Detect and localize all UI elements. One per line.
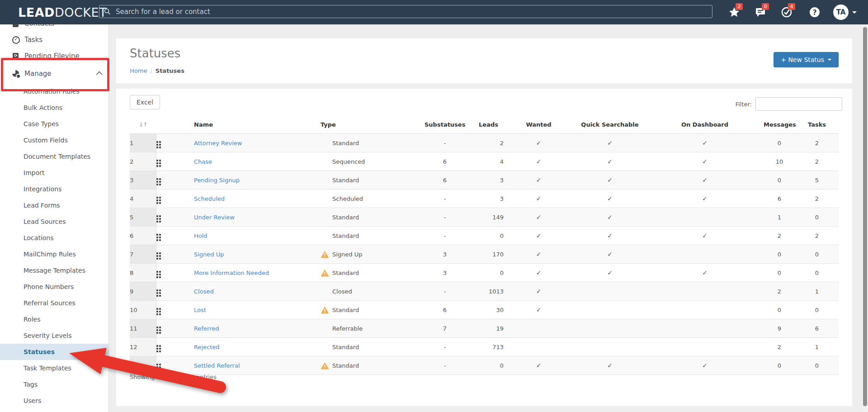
drag-handle-icon[interactable] <box>156 327 161 334</box>
substatuses-cell: 3 <box>425 245 465 264</box>
svg-text:!: ! <box>324 271 326 276</box>
sort-icon: ↓↑ <box>130 121 156 128</box>
sidebar-item-tags[interactable]: Tags <box>0 376 108 393</box>
sidebar-item-roles[interactable]: Roles <box>0 311 108 327</box>
sidebar-item-task-templates[interactable]: Task Templates <box>0 360 108 376</box>
status-name-link[interactable]: Lost <box>194 307 206 313</box>
drag-handle-icon[interactable] <box>156 308 161 315</box>
column-header-on-dashboard[interactable]: On Dashboard <box>646 115 764 134</box>
sidebar-item-case-types[interactable]: Case Types <box>0 116 108 132</box>
sidebar-item-manage[interactable]: Manage <box>0 64 108 83</box>
breadcrumb-current: Statuses <box>156 67 184 74</box>
row-drag-handle <box>156 282 194 301</box>
breadcrumb-home-link[interactable]: Home <box>130 67 147 74</box>
substatuses-cell: - <box>425 338 465 356</box>
sidebar-item-pending-filevine[interactable]: Pending Filevine <box>0 48 108 64</box>
status-name-link[interactable]: Chase <box>194 158 212 165</box>
drag-handle-icon[interactable] <box>156 215 161 223</box>
logo-bold: LEAD <box>18 5 55 19</box>
column-header-tasks[interactable]: Tasks <box>795 115 839 134</box>
filter-input[interactable] <box>755 97 842 111</box>
drag-handle-icon[interactable] <box>156 178 161 185</box>
drag-handle-icon[interactable] <box>156 141 161 148</box>
status-name-link[interactable]: Hold <box>194 232 208 239</box>
status-name-cell: Under Review <box>194 208 321 227</box>
status-name-link[interactable]: Signed Up <box>194 251 224 258</box>
status-name-link[interactable]: Referred <box>194 325 219 332</box>
filter-label: Filter: <box>736 101 752 108</box>
sidebar-item-message-templates[interactable]: Message Templates <box>0 262 108 279</box>
sidebar-item-bulk-actions[interactable]: Bulk Actions <box>0 99 108 116</box>
column-header-name[interactable]: Name <box>194 115 321 134</box>
on-dashboard-check: ✓ <box>646 152 764 171</box>
drag-handle-icon[interactable] <box>156 160 161 167</box>
status-name-link[interactable]: Under Review <box>194 214 235 221</box>
column-header-substatuses[interactable]: Substatuses <box>425 115 465 134</box>
sidebar-item-lead-forms[interactable]: Lead Forms <box>0 197 108 213</box>
column-header-leads[interactable]: Leads <box>465 115 504 134</box>
sidebar-item-locations[interactable]: Locations <box>0 230 108 246</box>
drag-handle-icon[interactable] <box>156 197 161 204</box>
status-type-cell: Sequenced <box>321 152 425 171</box>
sidebar-item-custom-fields[interactable]: Custom Fields <box>0 132 108 148</box>
on-dashboard-check: ✓ <box>646 189 764 208</box>
sidebar-item-tasks[interactable]: Tasks <box>0 32 108 48</box>
pie-chart-icon <box>12 70 20 78</box>
status-name-link[interactable]: Settled Referral <box>194 362 240 369</box>
sidebar-item-import[interactable]: Import <box>0 165 108 181</box>
status-name-link[interactable]: Attorney Review <box>194 140 242 147</box>
drag-handle-icon[interactable] <box>156 345 161 352</box>
status-name-link[interactable]: Scheduled <box>194 195 225 202</box>
user-avatar[interactable]: TA <box>833 5 849 20</box>
column-header-index[interactable]: ↓↑ <box>130 115 156 134</box>
leads-cell: 0 <box>465 227 504 245</box>
sidebar-item-mailchimp-rules[interactable]: MailChimp Rules <box>0 246 108 262</box>
sidebar-nav: ContactsTasksPending FilevineManage Auto… <box>0 0 109 412</box>
drag-handle-icon[interactable] <box>156 252 161 260</box>
chevron-down-icon[interactable] <box>852 11 857 14</box>
leaddocket-logo[interactable]: LEADDOCKET <box>18 5 107 19</box>
row-drag-handle <box>156 264 194 282</box>
sidebar-item-referral-sources[interactable]: Referral Sources <box>0 295 108 311</box>
sidebar-item-statuses[interactable]: Statuses <box>0 344 108 360</box>
drag-handle-icon[interactable] <box>156 234 161 241</box>
page-header-card: Statuses Home/Statuses + New Status <box>116 38 852 83</box>
wanted-check: ✓ <box>504 171 574 189</box>
chat-icon[interactable]: 0 <box>755 6 767 19</box>
help-icon[interactable]: ? <box>809 6 821 19</box>
sidebar-item-lead-sources[interactable]: Lead Sources <box>0 213 108 230</box>
warning-icon: ! <box>321 362 329 369</box>
status-name-cell: Lost <box>194 301 321 319</box>
column-header-quick-searchable[interactable]: Quick Searchable <box>574 115 646 134</box>
status-name-link[interactable]: Pending Signup <box>194 177 240 184</box>
sidebar-item-phone-numbers[interactable]: Phone Numbers <box>0 279 108 295</box>
sidebar-item-document-templates[interactable]: Document Templates <box>0 148 108 165</box>
drag-handle-icon[interactable] <box>156 271 161 278</box>
new-status-button[interactable]: + New Status <box>774 52 839 67</box>
status-name-link[interactable]: More Information Needed <box>194 270 269 276</box>
substatuses-cell: 6 <box>425 152 465 171</box>
excel-export-button[interactable]: Excel <box>130 95 160 109</box>
status-name-link[interactable]: Closed <box>194 288 214 295</box>
drag-handle-icon[interactable] <box>156 289 161 297</box>
search-input[interactable] <box>99 5 712 18</box>
status-type-cell: Standard <box>321 208 425 227</box>
sidebar-item-severity-levels[interactable]: Severity Levels <box>0 327 108 344</box>
column-header-wanted[interactable]: Wanted <box>504 115 574 134</box>
check-circle-icon <box>12 36 20 44</box>
leads-cell: 170 <box>465 245 504 264</box>
status-name-link[interactable]: Rejected <box>194 344 220 350</box>
clipboard-icon <box>12 52 20 60</box>
scrollbar-thumb[interactable] <box>863 27 867 406</box>
status-name-cell: Scheduled <box>194 189 321 208</box>
sidebar-item-automation-rules[interactable]: Automation Rules <box>0 83 108 99</box>
substatuses-cell: 3 <box>425 264 465 282</box>
column-header-type[interactable]: Type <box>321 115 425 134</box>
messages-cell: 9 <box>764 319 795 338</box>
task-check-icon[interactable]: 4 <box>781 6 793 19</box>
sidebar-item-users[interactable]: Users <box>0 393 108 409</box>
favorites-star-icon[interactable]: 2 <box>728 6 741 19</box>
sidebar-item-integrations[interactable]: Integrations <box>0 181 108 197</box>
column-header-messages[interactable]: Messages <box>764 115 795 134</box>
drag-handle-icon[interactable] <box>156 364 161 371</box>
